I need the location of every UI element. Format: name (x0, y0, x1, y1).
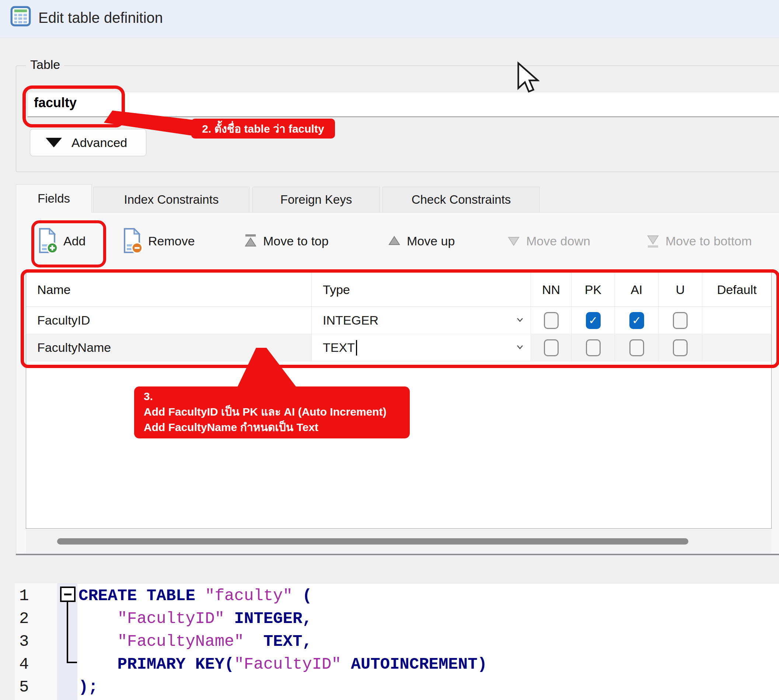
field-type-combobox-editing[interactable]: TEXT (312, 334, 531, 361)
horizontal-scrollbar-thumb[interactable] (57, 538, 688, 545)
fold-guide-end (67, 662, 77, 663)
text-caret (356, 340, 357, 355)
add-document-icon (37, 228, 58, 254)
field-type-value: TEXT (323, 340, 355, 355)
remove-field-button[interactable]: Remove (122, 221, 195, 261)
sql-indent (78, 632, 118, 651)
fields-table-header: Name Type NN PK AI U Default (26, 273, 771, 307)
annotation-step3-line2: Add FacultyID เป็น PK และ AI (Auto Incre… (144, 404, 410, 420)
tab-fields-label: Fields (38, 192, 70, 206)
table-icon (10, 6, 31, 27)
unique-checkbox[interactable]: ✓ (673, 312, 687, 329)
column-header-pk[interactable]: PK (572, 273, 615, 307)
move-to-bottom-label: Move to bottom (666, 234, 752, 248)
move-to-bottom-button[interactable]: Move to bottom (646, 221, 752, 261)
move-up-icon (387, 232, 402, 250)
field-type-combobox[interactable]: INTEGER (312, 307, 531, 334)
line-number: 2 (19, 609, 45, 628)
code-fold-toggle[interactable] (60, 587, 75, 602)
column-header-ai[interactable]: AI (615, 273, 659, 307)
column-header-default[interactable]: Default (702, 273, 771, 307)
table-groupbox-label: Table (26, 57, 65, 72)
tab-index-constraints-label: Index Constraints (124, 193, 219, 207)
move-down-button[interactable]: Move down (506, 221, 591, 261)
annotation-step2-callout: 2. ตั้งชื่อ table ว่า faculty (191, 118, 335, 138)
sql-code-line[interactable]: "FacultyName" TEXT, (78, 632, 312, 651)
chevron-down-icon[interactable] (516, 343, 524, 351)
annotation-step2-text: 2. ตั้งชื่อ table ว่า faculty (202, 120, 324, 137)
sql-identifier: "FacultyID" (234, 655, 341, 673)
edit-table-definition-dialog: Edit table definition Table faculty Adva… (0, 0, 779, 700)
pane-bottom-border (16, 554, 779, 555)
move-down-label: Move down (526, 234, 591, 248)
add-field-button[interactable]: Add (37, 221, 86, 261)
sql-punctuation: ( (293, 587, 312, 605)
pk-checkbox[interactable]: ✓ (586, 339, 601, 356)
sql-keyword: AUTOINCREMENT) (341, 655, 487, 673)
tab-foreign-keys[interactable]: Foreign Keys (252, 187, 380, 212)
column-header-nn[interactable]: NN (531, 273, 572, 307)
sql-identifier: "faculty" (205, 587, 293, 605)
annotation-step3-line1: 3. (144, 389, 410, 404)
field-name-cell[interactable]: FacultyName (26, 334, 312, 361)
sql-keyword: INTEGER, (224, 609, 312, 628)
nn-checkbox[interactable]: ✓ (544, 339, 559, 356)
sql-keyword: TEXT, (244, 632, 312, 651)
add-button-label: Add (63, 234, 86, 248)
sql-punctuation: ); (78, 678, 98, 696)
sql-code-line[interactable]: "FacultyID" INTEGER, (78, 609, 312, 628)
table-row[interactable]: FacultyName TEXT ✓ ✓ ✓ ✓ (26, 334, 771, 362)
tab-check-constraints-label: Check Constraints (412, 193, 511, 207)
annotation-step3-line3: Add FacultyName กำหนดเป็น Text (144, 420, 410, 435)
tab-check-constraints[interactable]: Check Constraints (382, 187, 540, 212)
ai-checkbox[interactable]: ✓ (629, 312, 644, 329)
mouse-cursor-icon (515, 61, 539, 97)
column-header-type[interactable]: Type (312, 273, 531, 307)
remove-button-label: Remove (148, 234, 195, 248)
dialog-title: Edit table definition (38, 10, 163, 26)
sql-code-line[interactable]: ); (78, 678, 98, 696)
chevron-down-icon[interactable] (516, 316, 524, 324)
tab-index-constraints[interactable]: Index Constraints (93, 187, 249, 212)
sql-keyword: PRIMARY KEY( (78, 655, 234, 673)
default-value-cell[interactable] (702, 334, 771, 361)
move-to-top-label: Move to top (263, 234, 329, 248)
line-number: 4 (19, 655, 45, 673)
table-name-input[interactable] (27, 92, 779, 117)
line-number: 5 (19, 678, 45, 696)
remove-document-icon (122, 228, 143, 254)
sql-identifier: "FacultyName" (118, 632, 244, 651)
column-header-u[interactable]: U (659, 273, 702, 307)
tab-foreign-keys-label: Foreign Keys (280, 193, 352, 207)
tab-fields[interactable]: Fields (16, 184, 92, 213)
move-to-top-icon (243, 232, 258, 250)
sql-code-line[interactable]: CREATE TABLE "faculty" ( (78, 587, 312, 605)
chevron-down-icon (46, 138, 62, 147)
nn-checkbox[interactable]: ✓ (544, 312, 559, 329)
advanced-button-label: Advanced (72, 136, 127, 150)
sql-indent (78, 609, 118, 628)
unique-checkbox[interactable]: ✓ (673, 339, 687, 356)
fold-guide-line (67, 602, 68, 663)
move-up-button[interactable]: Move up (387, 221, 455, 261)
minus-icon (64, 593, 72, 595)
table-row[interactable]: FacultyID INTEGER ✓ ✓ ✓ ✓ (26, 307, 771, 334)
dialog-titlebar: Edit table definition (0, 0, 779, 38)
move-up-label: Move up (407, 234, 455, 248)
sql-keyword: CREATE TABLE (78, 587, 205, 605)
field-name-cell[interactable]: FacultyID (26, 307, 312, 334)
field-type-value: INTEGER (323, 313, 379, 328)
default-value-cell[interactable] (702, 307, 771, 334)
move-down-icon (506, 232, 521, 250)
ai-checkbox[interactable]: ✓ (629, 339, 644, 356)
move-to-bottom-icon (646, 232, 661, 250)
annotation-step3-callout: 3. Add FacultyID เป็น PK และ AI (Auto In… (134, 387, 410, 438)
sql-identifier: "FacultyID" (118, 609, 224, 628)
column-header-name[interactable]: Name (26, 273, 312, 307)
sql-code-line[interactable]: PRIMARY KEY("FacultyID" AUTOINCREMENT) (78, 655, 487, 673)
pk-checkbox[interactable]: ✓ (586, 312, 601, 329)
line-number: 3 (19, 632, 45, 651)
move-to-top-button[interactable]: Move to top (243, 221, 329, 261)
line-number: 1 (19, 587, 45, 605)
advanced-button[interactable]: Advanced (30, 129, 146, 156)
